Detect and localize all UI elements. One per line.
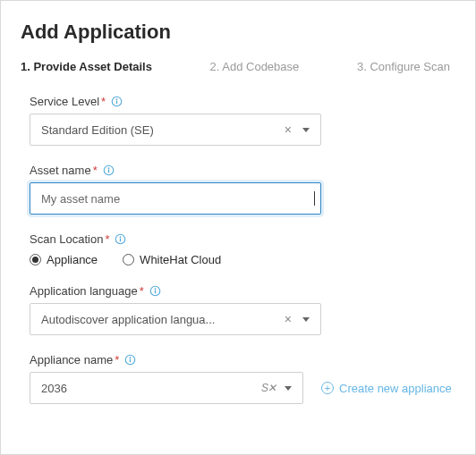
info-icon[interactable] [111,96,123,107]
svg-point-1 [116,98,118,100]
chevron-down-icon[interactable] [302,128,310,132]
svg-point-4 [107,167,109,169]
appliance-name-value: 2036 [41,382,261,395]
field-application-language: Application language* Autodiscover appli… [30,284,455,335]
service-level-select[interactable]: Standard Edition (SE) × [30,114,321,146]
plus-circle-icon: + [321,382,334,394]
info-icon[interactable] [115,233,126,245]
field-asset-name: Asset name* My asset name [30,164,455,215]
svg-rect-5 [108,170,109,173]
service-level-label: Service Level* [30,95,455,108]
radio-whitehat-label: WhiteHat Cloud [140,253,221,266]
scan-location-label: Scan Location* [30,232,455,246]
svg-point-7 [120,236,122,238]
scan-location-radio-group: Appliance WhiteHat Cloud [30,251,455,266]
asset-name-label: Asset name* [30,164,455,177]
radio-appliance-label: Appliance [47,253,98,266]
svg-rect-14 [130,359,131,363]
field-scan-location: Scan Location* Appliance WhiteHat Cloud [30,232,455,266]
clear-icon[interactable]: S✕ [261,382,279,394]
service-level-value: Standard Edition (SE) [41,123,279,137]
clear-icon[interactable]: × [279,123,297,136]
svg-point-13 [130,357,132,358]
radio-button-icon [123,254,134,265]
application-language-value: Autodiscover application langua... [41,313,279,326]
stepper: 1. Provide Asset Details 2. Add Codebase… [21,60,455,73]
step-provide-asset-details[interactable]: 1. Provide Asset Details [21,60,152,73]
appliance-name-select[interactable]: 2036 S✕ [30,372,303,404]
field-service-level: Service Level* Standard Edition (SE) × [30,95,455,146]
add-application-panel: Add Application 1. Provide Asset Details… [0,0,476,455]
radio-whitehat-cloud[interactable]: WhiteHat Cloud [123,253,221,266]
create-new-appliance-label: Create new appliance [339,382,452,395]
svg-rect-2 [116,101,117,105]
application-language-select[interactable]: Autodiscover application langua... × [30,303,321,335]
step-add-codebase[interactable]: 2. Add Codebase [210,60,300,73]
radio-button-icon [30,254,41,265]
svg-rect-11 [155,291,156,294]
page-title: Add Application [21,21,455,44]
svg-point-10 [154,288,156,290]
info-icon[interactable] [124,354,136,366]
step-configure-scan[interactable]: 3. Configure Scan [357,60,450,73]
field-appliance-name: Appliance name* 2036 S✕ + Create new app… [30,353,455,404]
svg-rect-8 [120,239,121,242]
application-language-label: Application language* [30,284,455,298]
radio-appliance[interactable]: Appliance [30,253,98,266]
chevron-down-icon[interactable] [302,317,310,322]
asset-name-value: My asset name [41,192,313,206]
chevron-down-icon[interactable] [285,386,292,391]
clear-icon[interactable]: × [279,313,297,325]
text-cursor [314,191,315,206]
info-icon[interactable] [149,285,161,297]
info-icon[interactable] [103,164,115,176]
create-new-appliance-link[interactable]: + Create new appliance [321,382,452,395]
asset-name-input[interactable]: My asset name [30,182,321,215]
appliance-name-label: Appliance name* [30,353,455,367]
